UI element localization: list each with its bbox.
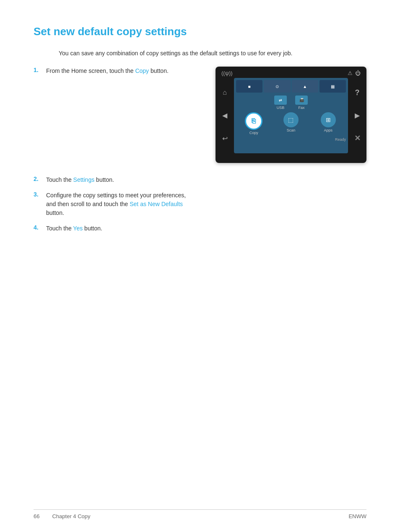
screen-icon-2: ⊙ [264, 80, 290, 93]
copy-label: Copy [249, 131, 258, 135]
step-3-text-after: button. [46, 209, 64, 216]
scan-icon: ⬚ [288, 116, 294, 123]
step-4-link: Yes [73, 225, 83, 232]
footer-page-number: 66 [34, 513, 39, 519]
step-4-number: 4. [34, 224, 46, 231]
step-1-container: 1. From the Home screen, touch the Copy … [34, 67, 366, 163]
footer-chapter: Chapter 4 Copy [52, 513, 90, 519]
warning-icon: ⚠ [348, 70, 353, 76]
step-4-text-after: button. [83, 225, 102, 232]
footer: 66 Chapter 4 Copy ENWW [34, 509, 366, 519]
step-3-number: 3. [34, 191, 46, 198]
step-1-text: From the Home screen, touch the Copy but… [46, 67, 199, 75]
step-1-number: 1. [34, 67, 46, 73]
step-3-link: Set as New Defaults [130, 201, 183, 207]
apps-item: ⊞ Apps [310, 112, 346, 135]
left-panel: ⌂ ◀ ↩ [216, 78, 234, 153]
step-3: 3. Configure the copy settings to meet y… [34, 191, 366, 217]
power-icon: ⏻ [355, 70, 361, 76]
copy-item: ⎘ Copy [236, 112, 272, 135]
step-2-link: Settings [73, 176, 95, 183]
steps-section: 2. Touch the Settings button. 3. Configu… [34, 176, 366, 233]
printer-screen-image: ((ψ)) ⚠ ⏻ ⌂ ◀ ↩ [216, 67, 366, 163]
step-3-text: Configure the copy settings to meet your… [46, 191, 189, 217]
right-arrow-button[interactable]: ▶ [355, 111, 360, 119]
copy-symbol: ⎘ [252, 117, 256, 125]
scan-item: ⬚ Scan [273, 112, 309, 135]
screen-icon-1: ■ [236, 80, 262, 93]
printer-top-bar: ((ψ)) ⚠ ⏻ [216, 67, 366, 78]
printer-screen: ((ψ)) ⚠ ⏻ ⌂ ◀ ↩ [216, 67, 366, 163]
usb-label: USB [277, 106, 285, 110]
help-button[interactable]: ? [355, 88, 360, 97]
fax-icon: 📠 [299, 98, 304, 102]
center-screen: ■ ⊙ ▲ ▦ ⇄ USB [234, 78, 348, 153]
back-arrow-button[interactable]: ◀ [222, 111, 227, 119]
footer-left: 66 Chapter 4 Copy [34, 513, 91, 519]
step-2-number: 2. [34, 176, 46, 182]
screen-top-icons: ■ ⊙ ▲ ▦ [234, 78, 348, 95]
step-1-text-after: button. [149, 67, 169, 74]
right-panel: ? ▶ ✕ [348, 78, 366, 153]
step-4-text: Touch the Yes button. [46, 224, 366, 233]
step-4: 4. Touch the Yes button. [34, 224, 366, 233]
step-4-text-before: Touch the [46, 225, 73, 232]
step-2-text-after: button. [94, 176, 114, 183]
ready-status: Ready [234, 137, 348, 142]
wifi-icon: ((ψ)) [221, 70, 233, 76]
cancel-button[interactable]: ✕ [354, 134, 361, 143]
intro-text: You can save any combination of copy set… [59, 50, 366, 57]
home-button[interactable]: ⌂ [223, 89, 227, 96]
footer-right: ENWW [348, 513, 366, 519]
step-2-text-before: Touch the [46, 176, 73, 183]
step-1-text-before: From the Home screen, touch the [46, 67, 135, 74]
usb-icon: ⇄ [279, 98, 282, 102]
return-button[interactable]: ↩ [222, 134, 228, 142]
step-1-link: Copy [135, 67, 149, 74]
screen-bottom-row: ⎘ Copy ⬚ Scan [234, 111, 348, 137]
fax-label: Fax [298, 106, 304, 110]
apps-icon: ⊞ [326, 116, 331, 123]
scan-label: Scan [287, 128, 296, 132]
screen-icon-3: ▲ [292, 80, 318, 93]
top-right-icons: ⚠ ⏻ [348, 70, 361, 76]
step-1: 1. From the Home screen, touch the Copy … [34, 67, 199, 75]
page-title: Set new default copy settings [34, 25, 366, 38]
step-2: 2. Touch the Settings button. [34, 176, 366, 184]
printer-body: ⌂ ◀ ↩ ■ ⊙ ▲ ▦ [216, 78, 366, 153]
step-2-text: Touch the Settings button. [46, 176, 366, 184]
apps-label: Apps [324, 128, 332, 132]
copy-icon-highlighted: ⎘ [245, 112, 262, 130]
screen-icon-4: ▦ [319, 80, 346, 93]
